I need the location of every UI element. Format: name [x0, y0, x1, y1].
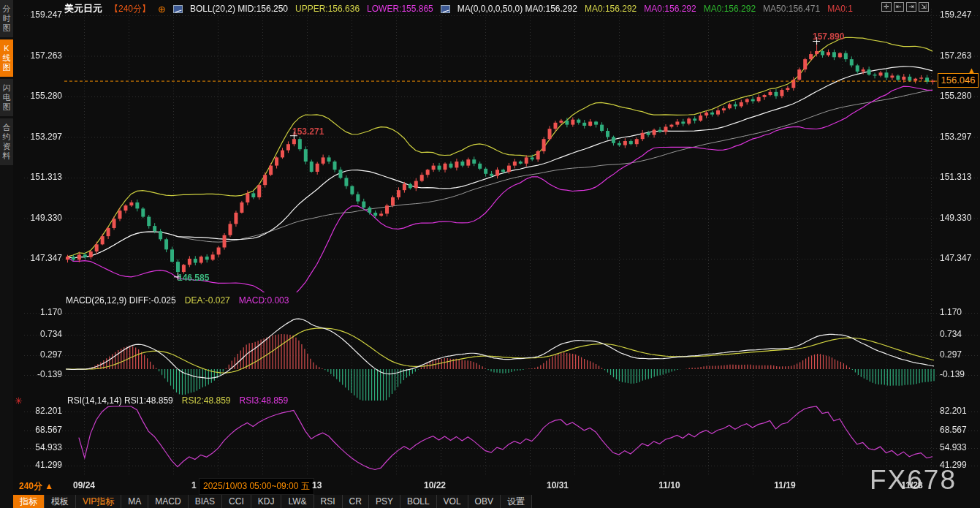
toolbar-bias-button[interactable]: BIAS — [189, 495, 222, 508]
macd-axis-right: -0.139 — [940, 369, 979, 379]
low-annotation: 146.585 — [178, 273, 209, 283]
toolbar-template-button[interactable]: 模板 — [45, 495, 76, 508]
date-tick: 11/19 — [774, 480, 795, 490]
ma0-red-value: MA0:1 — [827, 4, 853, 14]
toolbar-boll-button[interactable]: BOLL — [400, 495, 437, 508]
symbol-name: 美元日元 — [64, 2, 102, 15]
boll-mid-value: BOLL(20,2) MID:156.250 — [190, 4, 288, 14]
toolbar-lw-button[interactable]: LW& — [281, 495, 314, 508]
macd-axis-left: 1.170 — [24, 307, 62, 317]
rsi2-value: RSI2:48.859 — [182, 395, 231, 406]
high-annotation: 153.271 — [292, 126, 324, 137]
toolbar-obv-button[interactable]: OBV — [468, 495, 501, 508]
toolbar-settings-button[interactable]: 设置 — [501, 495, 532, 508]
rsi-axis-left: 54.933 — [24, 442, 62, 452]
price-label-left: 153.297 — [24, 132, 62, 142]
indicator-toolbar: 指标 模板 VIP指标 MA MACD BIAS CCI KDJ LW& RSI… — [13, 495, 532, 508]
boll-lower-value: LOWER:155.865 — [367, 4, 433, 14]
price-label-left: 155.280 — [24, 91, 62, 101]
ma-chart-icon[interactable] — [441, 5, 450, 13]
date-tick: 11/10 — [658, 480, 680, 490]
sidebar-tab-timeline[interactable]: 分时图 — [0, 0, 13, 37]
chart-canvas[interactable] — [0, 0, 980, 508]
sidebar-tab-kline[interactable]: K线图 — [0, 39, 13, 77]
price-label-left: 149.330 — [24, 213, 62, 223]
price-label-right: 151.313 — [940, 172, 979, 182]
macd-dea-value: DEA:-0.027 — [185, 295, 230, 306]
rsi-alert-icon: ✳ — [15, 395, 23, 406]
toolbar-psy-button[interactable]: PSY — [369, 495, 400, 508]
expand-icon[interactable]: ⇲ — [919, 2, 929, 12]
shift-right-icon[interactable]: ⇥ — [906, 2, 916, 12]
price-label-left: 151.313 — [24, 172, 62, 182]
macd-axis-right: 0.297 — [940, 349, 979, 360]
price-label-right: 153.297 — [940, 132, 979, 142]
toolbar-indicators-button[interactable]: 指标 — [13, 495, 45, 508]
pan-icon[interactable]: ✛ — [881, 2, 892, 12]
macd-value: MACD:0.003 — [239, 295, 289, 306]
price-label-right: 147.347 — [940, 253, 979, 263]
rsi-axis-right: 54.933 — [940, 442, 979, 452]
window-controls: ✛ ⇤ ⇥ ⇲ — [881, 2, 929, 12]
current-price-badge: 156.046 — [938, 73, 979, 88]
toolbar-macd-button[interactable]: MACD — [148, 495, 188, 508]
toolbar-vip-indicators-button[interactable]: VIP指标 — [76, 495, 121, 508]
date-tick-partial: 1 — [191, 480, 197, 490]
period-label: 【240分】 — [110, 3, 151, 15]
sidebar-tab-contract-info[interactable]: 合约资料 — [0, 118, 13, 165]
indicator-header: 美元日元 【240分】 ⊕ BOLL(20,2) MID:156.250 UPP… — [64, 3, 853, 15]
price-label-right: 149.330 — [940, 213, 979, 223]
date-tick-partial: 13 — [312, 480, 322, 490]
macd-axis-right: 1.170 — [940, 307, 979, 317]
macd-axis-left: 0.734 — [24, 329, 62, 339]
rsi-axis-left: 82.201 — [24, 406, 62, 416]
price-label-right: 159.247 — [940, 10, 979, 20]
ma0-green-value: MA0:156.292 — [704, 4, 756, 14]
left-sidebar: 分时图 K线图 闪电图 合约资料 — [0, 0, 13, 508]
macd-axis-right: 0.734 — [940, 329, 979, 339]
toolbar-cr-button[interactable]: CR — [343, 495, 369, 508]
price-label-left: 147.347 — [24, 253, 62, 263]
rsi-axis-left: 68.567 — [24, 425, 62, 435]
time-axis: 240分 ▲ 09/24 1 2025/10/03 05:00~09:00 五 … — [13, 477, 980, 495]
rsi-axis-left: 41.299 — [24, 460, 62, 470]
toolbar-kdj-button[interactable]: KDJ — [251, 495, 282, 508]
rsi1-value: RSI(14,14,14) RSI1:48.859 — [67, 395, 173, 406]
toolbar-vol-button[interactable]: VOL — [437, 495, 468, 508]
timeframe-selector[interactable]: 240分 ▲ — [19, 480, 53, 493]
date-tick: 09/24 — [73, 480, 95, 490]
price-label-right: 157.263 — [940, 50, 979, 61]
price-label-left: 157.263 — [24, 50, 62, 61]
toolbar-cci-button[interactable]: CCI — [222, 495, 251, 508]
high-annotation: 157.890 — [813, 31, 844, 42]
macd-diff-value: MACD(26,12,9) DIFF:-0.025 — [66, 295, 176, 306]
ma0-magenta-value: MA0:156.292 — [644, 4, 696, 14]
macd-axis-left: 0.297 — [24, 349, 62, 360]
ma0-white-value: MA(0,0,0,0,50,0) MA0:156.292 — [457, 4, 577, 14]
toolbar-rsi-button[interactable]: RSI — [314, 495, 343, 508]
rsi-header: RSI(14,14,14) RSI1:48.859 RSI2:48.859 RS… — [67, 395, 288, 406]
add-indicator-icon[interactable]: ⊕ — [158, 4, 166, 15]
macd-axis-left: -0.139 — [24, 369, 62, 379]
rsi-axis-right: 68.567 — [940, 425, 979, 435]
fx678-watermark: FX678 — [870, 465, 957, 496]
ma0-yellow-value: MA0:156.292 — [585, 4, 637, 14]
price-label-right: 155.280 — [940, 91, 979, 101]
date-tick: 10/31 — [547, 480, 569, 490]
ma50-value: MA50:156.471 — [763, 4, 820, 14]
toolbar-ma-button[interactable]: MA — [121, 495, 148, 508]
boll-upper-value: UPPER:156.636 — [295, 4, 360, 14]
macd-header: MACD(26,12,9) DIFF:-0.025 DEA:-0.027 MAC… — [66, 295, 289, 306]
trading-app: 分时图 K线图 闪电图 合约资料 美元日元 【240分】 ⊕ BOLL(20,2… — [0, 0, 980, 508]
shift-left-icon[interactable]: ⇤ — [894, 2, 904, 12]
boll-chart-icon[interactable] — [173, 5, 183, 13]
time-range-tooltip: 2025/10/03 05:00~09:00 五 — [199, 478, 314, 495]
sidebar-tab-flash[interactable]: 闪电图 — [0, 79, 13, 116]
rsi3-value: RSI3:48.859 — [239, 395, 288, 406]
rsi-axis-right: 82.201 — [940, 406, 979, 416]
price-label-left: 159.247 — [24, 10, 62, 20]
date-tick: 10/22 — [424, 480, 446, 490]
